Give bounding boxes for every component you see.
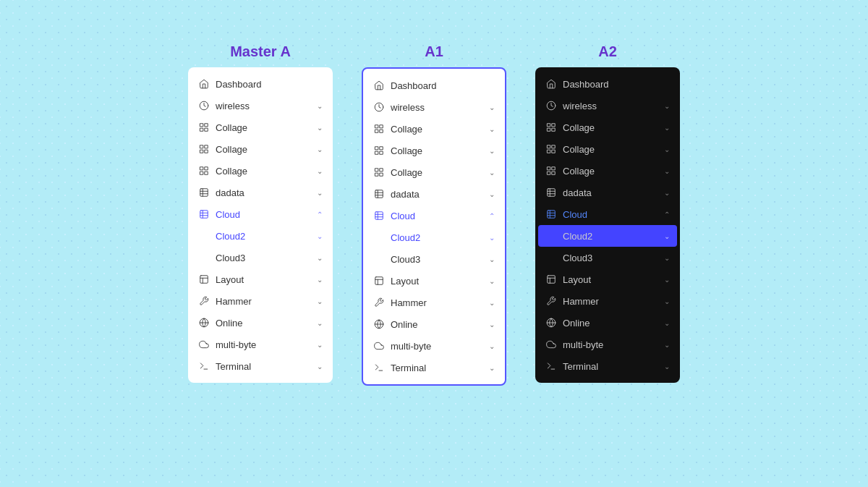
sidebar-a2-label-collage2: Collage: [563, 144, 595, 155]
sidebar-item-cloud[interactable]: Cloud ⌃: [188, 203, 333, 225]
sidebar-a2-item-collage2[interactable]: Collage ⌄: [535, 138, 680, 160]
chevron-icon: ⌄: [664, 232, 670, 240]
chevron-icon: ⌄: [317, 363, 323, 370]
sidebar-a1-item-dadata[interactable]: dadata ⌄: [363, 183, 505, 205]
sidebar-label-layout: Layout: [216, 274, 244, 285]
clock-icon: [198, 100, 210, 111]
sidebar-a2-item-dadata[interactable]: dadata ⌄: [535, 182, 680, 203]
sidebar-a1-item-layout[interactable]: Layout ⌄: [363, 270, 505, 292]
tool-icon: [373, 297, 385, 308]
sidebar-a2-item-cloud3[interactable]: Cloud3 ⌄: [535, 247, 680, 268]
chevron-icon: ⌄: [317, 297, 323, 305]
terminal-icon: [198, 360, 210, 372]
sidebar-item-collage1[interactable]: Collage ⌄: [188, 117, 333, 138]
svg-rect-13: [200, 189, 208, 197]
chevron-icon: ⌄: [664, 124, 670, 132]
sidebar-item-dadata[interactable]: dadata ⌄: [188, 182, 333, 203]
sidebar-item-online[interactable]: Online ⌄: [188, 312, 333, 334]
sidebar-a1-item-multibyte[interactable]: multi-byte ⌄: [363, 335, 505, 357]
sidebar-label-dashboard: Dashboard: [216, 79, 262, 90]
empty-icon2: [373, 253, 385, 265]
sidebar-item-cloud3[interactable]: Cloud3 ⌄: [188, 247, 333, 268]
sidebar-a2-label-dadata: dadata: [563, 187, 592, 198]
sidebar-item-cloud2[interactable]: Cloud2 ⌄: [188, 225, 333, 247]
sidebar-a1-item-hammer[interactable]: Hammer ⌄: [363, 292, 505, 313]
svg-rect-34: [375, 151, 378, 154]
svg-rect-59: [548, 145, 550, 148]
sidebar-a1-item-online[interactable]: Online ⌄: [363, 313, 505, 335]
chevron-icon: ⌄: [664, 297, 670, 305]
sidebar-a1-item-collage3[interactable]: Collage ⌄: [363, 161, 505, 183]
panel-title-master-a: Master A: [230, 43, 291, 60]
chevron-icon: ⌄: [664, 319, 670, 327]
sidebar-a2-item-cloud2[interactable]: Cloud2 ⌄: [538, 225, 677, 247]
sidebar-item-terminal[interactable]: Terminal ⌄: [188, 355, 333, 377]
sidebar-a2-item-wireless[interactable]: wireless ⌄: [535, 95, 680, 117]
svg-rect-5: [200, 145, 203, 148]
svg-rect-12: [205, 171, 208, 174]
grid-icon: [545, 122, 557, 133]
svg-rect-55: [548, 124, 550, 127]
svg-rect-66: [552, 171, 555, 174]
table-icon: [373, 188, 385, 200]
svg-rect-38: [375, 173, 378, 176]
globe-icon: [373, 318, 385, 330]
svg-rect-7: [200, 150, 203, 153]
grid-icon3: [373, 166, 385, 178]
svg-rect-57: [548, 128, 550, 131]
chevron-icon: ⌄: [664, 189, 670, 197]
sidebar-a2-label-cloud3: Cloud3: [563, 253, 592, 263]
sidebar-a1-item-dashboard[interactable]: Dashboard: [363, 75, 505, 96]
chevron-icon: ⌄: [664, 254, 670, 262]
sidebar-a1-item-wireless[interactable]: wireless ⌄: [363, 96, 505, 118]
sidebar-item-hammer[interactable]: Hammer ⌄: [188, 290, 333, 312]
cloud-icon: [545, 339, 557, 350]
sidebar-master-a: Dashboard wireless ⌄ Collage ⌄ Collage ⌄: [188, 67, 333, 383]
sidebar-a1-item-cloud2[interactable]: Cloud2 ⌄: [363, 226, 505, 248]
sidebar-a2-item-online[interactable]: Online ⌄: [535, 312, 680, 334]
sidebar-a2-label-multibyte: multi-byte: [563, 339, 603, 350]
chevron-icon: ⌄: [489, 342, 495, 350]
sidebar-a1-item-cloud[interactable]: Cloud ⌃: [363, 205, 505, 226]
chevron-icon: ⌄: [489, 169, 495, 177]
home-icon: [198, 78, 210, 90]
chevron-up-icon: ⌃: [664, 211, 670, 219]
sidebar-a2-item-dashboard[interactable]: Dashboard: [535, 73, 680, 95]
svg-rect-61: [548, 150, 550, 153]
sidebar-a1-label-online: Online: [391, 319, 418, 330]
sidebar-a2-label-collage3: Collage: [563, 166, 595, 177]
sidebar-a2-item-collage3[interactable]: Collage ⌄: [535, 160, 680, 182]
sidebar-a1-item-cloud3[interactable]: Cloud3 ⌄: [363, 248, 505, 270]
sidebar-item-collage2[interactable]: Collage ⌄: [188, 138, 333, 160]
sidebar-a2-item-collage1[interactable]: Collage ⌄: [535, 117, 680, 138]
svg-rect-21: [200, 276, 208, 284]
svg-rect-65: [548, 171, 550, 174]
sidebar-a2-label-cloud: Cloud: [563, 209, 587, 220]
sidebar-a2-item-hammer[interactable]: Hammer ⌄: [535, 290, 680, 312]
clock-icon: [545, 100, 557, 111]
sidebar-label-collage3: Collage: [216, 166, 247, 177]
sidebar-a1-item-collage1[interactable]: Collage ⌄: [363, 118, 505, 140]
sidebar-a1-label-cloud: Cloud: [391, 211, 415, 221]
chevron-icon: ⌄: [317, 319, 323, 327]
sidebar-item-wireless[interactable]: wireless ⌄: [188, 95, 333, 117]
grid-icon2: [198, 143, 210, 155]
clock-icon: [373, 101, 385, 113]
sidebar-a2-item-cloud[interactable]: Cloud ⌃: [535, 203, 680, 225]
sidebar-a1-item-collage2[interactable]: Collage ⌄: [363, 140, 505, 161]
svg-rect-64: [552, 167, 555, 170]
sidebar-a2-item-multibyte[interactable]: multi-byte ⌄: [535, 334, 680, 355]
sidebar-a2-item-terminal[interactable]: Terminal ⌄: [535, 355, 680, 377]
svg-rect-17: [200, 211, 208, 219]
svg-rect-1: [200, 124, 203, 127]
sidebar-item-multibyte[interactable]: multi-byte ⌄: [188, 334, 333, 355]
sidebar-label-collage1: Collage: [216, 122, 247, 133]
sidebar-item-dashboard[interactable]: Dashboard: [188, 73, 333, 95]
svg-rect-58: [552, 128, 555, 131]
sidebar-item-collage3[interactable]: Collage ⌄: [188, 160, 333, 182]
sidebar-a2-label-hammer: Hammer: [563, 296, 599, 307]
svg-rect-37: [380, 169, 383, 171]
sidebar-a1-item-terminal[interactable]: Terminal ⌄: [363, 357, 505, 378]
sidebar-a2-item-layout[interactable]: Layout ⌄: [535, 268, 680, 290]
sidebar-item-layout[interactable]: Layout ⌄: [188, 268, 333, 290]
